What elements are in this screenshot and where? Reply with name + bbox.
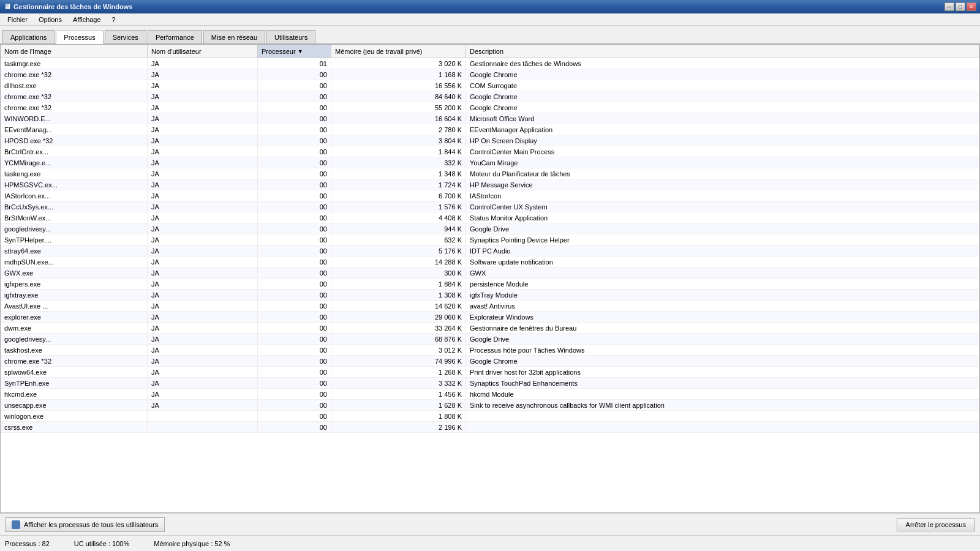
cell-memory: 2 196 K (331, 422, 466, 432)
table-row[interactable]: SynTPHelper.... JA 00 632 K Synaptics Po… (1, 234, 979, 246)
col-header-user[interactable]: Nom d'utilisateur (148, 45, 258, 58)
table-row[interactable]: HPMSGSVC.ex... JA 00 1 724 K HP Message … (1, 179, 979, 190)
table-row[interactable]: taskmgr.exe JA 01 3 020 K Gestionnaire d… (1, 58, 979, 69)
cell-cpu: 00 (258, 124, 331, 135)
cell-user: JA (148, 257, 258, 267)
cell-description: Google Chrome (466, 69, 979, 80)
menu-affichage[interactable]: Affichage (68, 15, 106, 24)
cell-description: Google Drive (466, 223, 979, 234)
table-row[interactable]: googledrivesy... JA 00 944 K Google Driv… (1, 223, 979, 234)
table-row[interactable]: unsecapp.exe JA 00 1 628 K Sink to recei… (1, 400, 979, 411)
cell-cpu: 00 (258, 257, 331, 267)
col-header-memory[interactable]: Mémoire (jeu de travail privé) (331, 45, 466, 58)
end-task-button[interactable]: Arrêter le processus (897, 518, 975, 531)
table-row[interactable]: BrCcUxSys.ex... JA 00 1 576 K ControlCen… (1, 201, 979, 212)
sort-arrow-icon: ▼ (298, 48, 303, 54)
table-row[interactable]: chrome.exe *32 JA 00 55 200 K Google Chr… (1, 102, 979, 113)
menu-options[interactable]: Options (34, 15, 67, 24)
cell-name: SynTPHelper.... (1, 234, 148, 245)
tab-performance[interactable]: Performance (148, 30, 202, 43)
tab-reseau[interactable]: Mise en réseau (203, 30, 265, 43)
cell-user: JA (148, 212, 258, 223)
cell-description: IAStorIcon (466, 190, 979, 201)
cell-description: persistence Module (466, 279, 979, 289)
cell-user: JA (148, 190, 258, 201)
table-row[interactable]: splwow64.exe JA 00 1 268 K Print driver … (1, 367, 979, 378)
cell-user: JA (148, 279, 258, 289)
cell-name: googledrivesy... (1, 334, 148, 344)
cell-description: igfxTray Module (466, 290, 979, 300)
table-row[interactable]: HPOSD.exe *32 JA 00 3 804 K HP On Screen… (1, 135, 979, 146)
tab-applications[interactable]: Applications (2, 30, 55, 43)
table-row[interactable]: EEventManag... JA 00 2 780 K EEventManag… (1, 124, 979, 135)
table-row[interactable]: SynTPEnh.exe JA 00 3 332 K Synaptics Tou… (1, 378, 979, 389)
table-row[interactable]: googledrivesy... JA 00 68 876 K Google D… (1, 334, 979, 345)
cell-description (466, 411, 979, 421)
cell-memory: 84 640 K (331, 91, 466, 102)
minimize-button[interactable]: ─ (944, 2, 954, 11)
tab-services[interactable]: Services (105, 30, 146, 43)
cell-description: Print driver host for 32bit applications (466, 367, 979, 377)
table-row[interactable]: taskhost.exe JA 00 3 012 K Processus hôt… (1, 345, 979, 356)
table-row[interactable]: GWX.exe JA 00 300 K GWX (1, 268, 979, 279)
table-row[interactable]: chrome.exe *32 JA 00 84 640 K Google Chr… (1, 91, 979, 102)
maximize-button[interactable]: □ (956, 2, 965, 11)
table-row[interactable]: igfxtray.exe JA 00 1 308 K igfxTray Modu… (1, 290, 979, 301)
cell-description: Explorateur Windows (466, 312, 979, 322)
table-row[interactable]: chrome.exe *32 JA 00 74 996 K Google Chr… (1, 356, 979, 367)
cell-description: Processus hôte pour Tâches Windows (466, 345, 979, 355)
cell-user: JA (148, 91, 258, 102)
cell-description: YouCam Mirage (466, 157, 979, 168)
table-row[interactable]: sttray64.exe JA 00 5 176 K IDT PC Audio (1, 246, 979, 257)
cell-user: JA (148, 378, 258, 388)
cell-memory: 4 408 K (331, 212, 466, 223)
cell-memory: 1 348 K (331, 168, 466, 179)
table-row[interactable]: YCMMirage.e... JA 00 332 K YouCam Mirage (1, 157, 979, 168)
table-row[interactable]: dwm.exe JA 00 33 264 K Gestionnaire de f… (1, 323, 979, 334)
table-row[interactable]: mdhpSUN.exe... JA 00 14 288 K Software u… (1, 257, 979, 268)
cell-cpu: 00 (258, 157, 331, 168)
cell-user: JA (148, 69, 258, 80)
cell-memory: 6 700 K (331, 190, 466, 201)
show-all-button[interactable]: Afficher les processus de tous les utili… (5, 517, 165, 532)
cell-description (466, 422, 979, 432)
col-header-description[interactable]: Description (466, 45, 979, 58)
cell-cpu: 00 (258, 201, 331, 212)
cell-name: YCMMirage.e... (1, 157, 148, 168)
tab-processus[interactable]: Processus (56, 31, 103, 44)
cell-memory: 3 332 K (331, 378, 466, 388)
table-row[interactable]: winlogon.exe 00 1 808 K (1, 411, 979, 422)
table-row[interactable]: dllhost.exe JA 00 16 556 K COM Surrogate (1, 80, 979, 91)
tab-utilisateurs[interactable]: Utilisateurs (266, 30, 315, 43)
table-row[interactable]: explorer.exe JA 00 29 060 K Explorateur … (1, 312, 979, 323)
cell-description: hkcmd Module (466, 389, 979, 399)
table-row[interactable]: taskeng.exe JA 00 1 348 K Moteur du Plan… (1, 168, 979, 179)
table-row[interactable]: chrome.exe *32 JA 00 1 168 K Google Chro… (1, 69, 979, 80)
table-row[interactable]: igfxpers.exe JA 00 1 884 K persistence M… (1, 279, 979, 290)
cell-user: JA (148, 179, 258, 190)
table-row[interactable]: csrss.exe 00 2 196 K (1, 422, 979, 433)
cell-memory: 1 168 K (331, 69, 466, 80)
table-row[interactable]: AvastUI.exe ... JA 00 14 620 K avast! An… (1, 301, 979, 312)
col-header-cpu[interactable]: Processeur ▼ (258, 45, 331, 58)
cell-name: HPMSGSVC.ex... (1, 179, 148, 190)
cell-cpu: 00 (258, 378, 331, 388)
col-header-name[interactable]: Nom de l'Image (1, 45, 148, 58)
menu-help[interactable]: ? (107, 15, 121, 24)
close-button[interactable]: ✕ (967, 2, 976, 11)
cell-name: BrCcUxSys.ex... (1, 201, 148, 212)
table-row[interactable]: WINWORD.E... JA 00 16 604 K Microsoft Of… (1, 113, 979, 124)
cell-cpu: 00 (258, 400, 331, 410)
cell-cpu: 00 (258, 146, 331, 157)
cell-name: chrome.exe *32 (1, 69, 148, 80)
table-row[interactable]: BrStMonW.ex... JA 00 4 408 K Status Moni… (1, 212, 979, 223)
cell-name: csrss.exe (1, 422, 148, 432)
table-row[interactable]: hkcmd.exe JA 00 1 456 K hkcmd Module (1, 389, 979, 400)
cell-user: JA (148, 223, 258, 234)
menu-fichier[interactable]: Fichier (2, 15, 32, 24)
cell-memory: 5 176 K (331, 246, 466, 256)
table-row[interactable]: BrCtrlCntr.ex... JA 00 1 844 K ControlCe… (1, 146, 979, 157)
table-row[interactable]: IAStorIcon.ex... JA 00 6 700 K IAStorIco… (1, 190, 979, 201)
cell-name: chrome.exe *32 (1, 91, 148, 102)
cell-description: Gestionnaire de fenêtres du Bureau (466, 323, 979, 333)
